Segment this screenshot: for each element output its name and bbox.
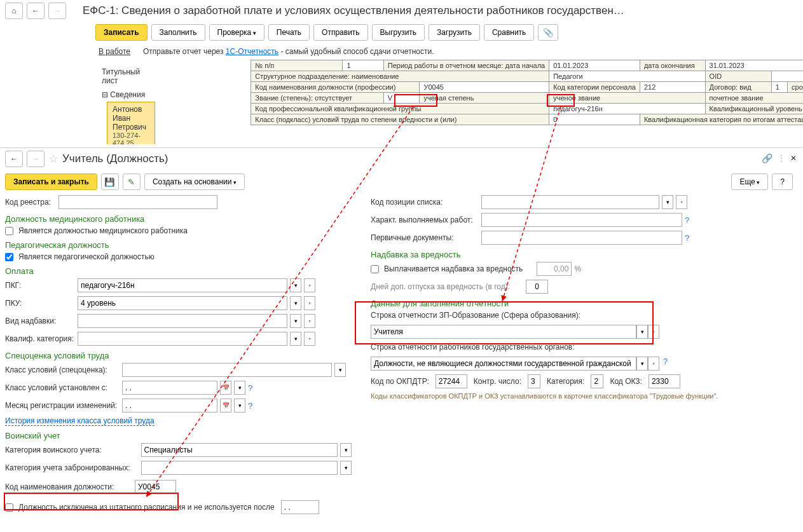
- allow-open[interactable]: ▫: [304, 314, 315, 328]
- nav-back-icon[interactable]: ←: [27, 3, 45, 19]
- rep-title: Данные для заполнения отчетности: [371, 299, 798, 308]
- month-reg-drop[interactable]: ▾: [234, 399, 245, 413]
- close-icon[interactable]: ✕: [790, 154, 797, 163]
- pkg-input[interactable]: [78, 278, 287, 292]
- help-button[interactable]: ?: [772, 174, 793, 190]
- pos-input[interactable]: [481, 195, 659, 209]
- attach-icon[interactable]: 📎: [538, 24, 558, 41]
- excluded-date[interactable]: [281, 500, 319, 514]
- zp-drop[interactable]: ▾: [636, 325, 648, 339]
- med-checkbox[interactable]: [5, 227, 13, 235]
- chain-icon[interactable]: 🔗: [762, 153, 772, 163]
- okpdtr-input[interactable]: [436, 374, 467, 388]
- data-grid: № п/п1 Период работы в отчетном месяце: …: [251, 60, 803, 125]
- class-set-drop[interactable]: ▾: [234, 381, 245, 395]
- ped-checkbox[interactable]: [5, 253, 13, 261]
- work-input[interactable]: [481, 213, 682, 227]
- mil-cat-drop[interactable]: ▾: [340, 443, 352, 457]
- mil-res-drop[interactable]: ▾: [340, 461, 352, 475]
- page-title: ЕФС-1: Сведения о заработной плате и усл…: [83, 4, 624, 17]
- status-post: - самый удобный способ сдачи отчетности.: [280, 47, 434, 56]
- export-button[interactable]: Выгрузить: [372, 24, 425, 41]
- pku-open[interactable]: ▫: [304, 296, 315, 310]
- okz-input[interactable]: [649, 374, 680, 388]
- month-reg-hint[interactable]: ?: [248, 401, 252, 411]
- qualcat-open[interactable]: ▫: [304, 332, 315, 346]
- class-spec-input[interactable]: [122, 363, 332, 377]
- tree-section[interactable]: ⊟ Сведения: [97, 88, 155, 102]
- pos-open[interactable]: ▫: [676, 195, 687, 209]
- mil-cat-input[interactable]: [141, 443, 338, 457]
- month-reg-cal[interactable]: 📅: [220, 399, 231, 413]
- zp-open[interactable]: ▫: [648, 325, 659, 339]
- pku-input[interactable]: [78, 296, 287, 310]
- ped-title: Педагогическая должность: [5, 240, 352, 250]
- mil-title: Воинский учет: [5, 431, 352, 440]
- create-based-button[interactable]: Создать на основании: [144, 174, 245, 190]
- gov-hint[interactable]: ?: [663, 357, 668, 371]
- month-reg-input[interactable]: [122, 399, 217, 413]
- registry-input[interactable]: [58, 195, 217, 209]
- status-link[interactable]: В работе: [99, 47, 130, 56]
- pku-drop[interactable]: ▾: [290, 296, 301, 310]
- class-spec-drop[interactable]: ▾: [334, 363, 346, 377]
- qualcat-label: Квалиф. категория:: [5, 334, 75, 343]
- tree-person-1[interactable]: Антонов Иван Петрович 130-274-474 25: [107, 102, 155, 144]
- send-button[interactable]: Отправить: [313, 24, 368, 41]
- class-set-input[interactable]: [122, 381, 217, 395]
- zp-input[interactable]: [371, 325, 636, 339]
- grid-post-code: У0045: [420, 82, 549, 93]
- write-button[interactable]: Записать: [95, 24, 148, 41]
- form-title: Учитель (Должность): [62, 153, 168, 165]
- gov-label: Строка отчетности работников государстве…: [371, 343, 575, 351]
- allow-drop[interactable]: ▾: [290, 314, 301, 328]
- pkg-drop[interactable]: ▾: [290, 278, 301, 292]
- compare-button[interactable]: Сравнить: [484, 24, 534, 41]
- nav-fwd-icon[interactable]: →: [48, 3, 66, 19]
- history-link[interactable]: История изменения класса условий труда: [5, 416, 154, 426]
- gov-drop[interactable]: ▾: [636, 357, 648, 371]
- month-reg-label: Месяц регистрации изменений:: [5, 401, 120, 410]
- edit-icon[interactable]: ✎: [123, 174, 141, 190]
- class-spec-label: Класс условий (спецоценка):: [5, 365, 120, 374]
- gov-input[interactable]: [371, 357, 636, 371]
- haz-val[interactable]: [537, 262, 572, 276]
- spec-title: Спецоценка условий труда: [5, 351, 352, 360]
- post-code-input[interactable]: [135, 480, 176, 494]
- qualcat-drop[interactable]: ▾: [290, 332, 301, 346]
- tree-title-page[interactable]: Титульный лист: [97, 65, 155, 88]
- okz-label: Код ОКЗ:: [610, 377, 642, 386]
- pkg-open[interactable]: ▫: [304, 278, 315, 292]
- print-button[interactable]: Печать: [268, 24, 310, 41]
- home-icon[interactable]: ⌂: [5, 3, 23, 19]
- pos-label: Код позиции списка:: [371, 198, 479, 207]
- check-button[interactable]: Проверка: [209, 24, 264, 41]
- back-icon[interactable]: ←: [5, 151, 23, 167]
- cat-input[interactable]: [591, 374, 603, 388]
- fwd-icon[interactable]: →: [27, 151, 45, 167]
- class-set-hint[interactable]: ?: [248, 383, 252, 393]
- docs-input[interactable]: [481, 231, 682, 245]
- mil-res-label: Категория учета забронированных:: [5, 463, 139, 472]
- ctrl-input[interactable]: [528, 374, 540, 388]
- work-hint[interactable]: ?: [685, 215, 689, 225]
- star-icon[interactable]: ☆: [48, 152, 58, 166]
- more-button[interactable]: Еще: [731, 174, 768, 190]
- docs-hint[interactable]: ?: [685, 233, 689, 243]
- class-set-cal[interactable]: 📅: [220, 381, 231, 395]
- qualcat-input[interactable]: [78, 332, 287, 346]
- haz-checkbox[interactable]: [371, 265, 379, 273]
- allow-input[interactable]: [78, 314, 287, 328]
- okpdtr-label: Код по ОКПДТР:: [371, 377, 429, 386]
- vac-input[interactable]: [526, 280, 548, 294]
- reporting-link[interactable]: 1С-Отчетность: [226, 47, 278, 56]
- pos-drop[interactable]: ▾: [662, 195, 673, 209]
- fill-button[interactable]: Заполнить: [151, 24, 205, 41]
- import-button[interactable]: Загрузить: [429, 24, 480, 41]
- gov-open[interactable]: ▫: [648, 357, 659, 371]
- mil-res-input[interactable]: [141, 461, 338, 475]
- save-icon[interactable]: 💾: [101, 174, 119, 190]
- kebab-icon[interactable]: ⋮: [778, 154, 785, 163]
- excluded-checkbox[interactable]: [5, 503, 13, 512]
- save-close-button[interactable]: Записать и закрыть: [5, 174, 97, 190]
